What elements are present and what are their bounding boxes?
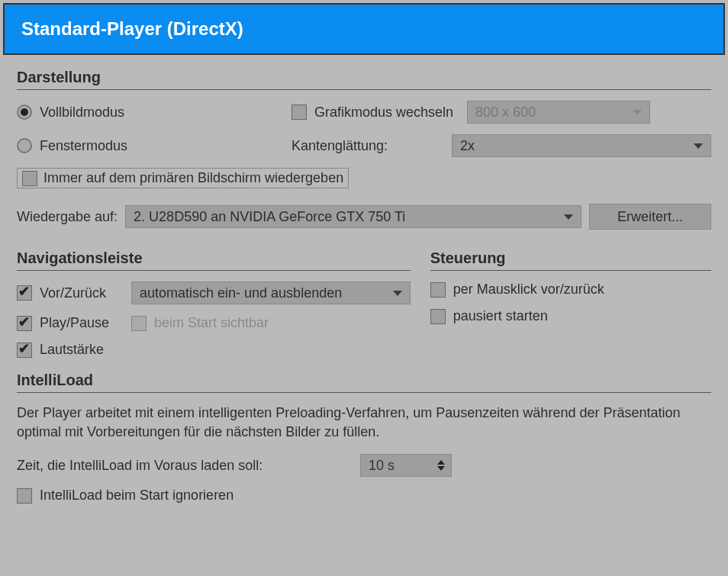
start-paused-checkbox[interactable] <box>430 309 446 324</box>
ignore-intelliload-checkbox[interactable] <box>17 488 32 504</box>
section-intelliload-title: IntelliLoad <box>17 372 711 393</box>
nav-control-columns: Navigationsleiste Vor/Zurück automatisch… <box>17 249 711 368</box>
preload-time-value: 10 s <box>369 458 395 474</box>
row-intelliload-ignore: IntelliLoad beim Start ignorieren <box>17 488 711 504</box>
row-display-3: Immer auf dem primären Bildschirm wieder… <box>17 168 711 188</box>
play-pause-checkbox[interactable] <box>17 316 32 331</box>
playback-on-value: 2. U28D590 an NVIDIA GeForce GTX 750 Ti <box>134 209 405 225</box>
intelliload-description: Der Player arbeitet mit einem intelligen… <box>17 404 711 442</box>
resolution-select[interactable]: 800 x 600 <box>467 101 650 124</box>
fullscreen-radio[interactable] <box>17 105 32 120</box>
volume-checkbox[interactable] <box>17 343 32 358</box>
visible-on-start-label: beim Start sichtbar <box>154 315 269 331</box>
extended-button-label: Erweitert... <box>617 209 683 225</box>
row-nav-prevnext: Vor/Zurück automatisch ein- und ausblend… <box>17 282 411 304</box>
row-display-2: Fenstermodus Kantenglättung: 2x <box>17 134 711 157</box>
panel-header: Standard-Player (DirectX) <box>3 3 725 55</box>
prev-next-mode-value: automatisch ein- und ausblenden <box>140 285 342 301</box>
switch-graphics-mode-label: Grafikmodus wechseln <box>314 105 453 121</box>
windowed-label: Fenstermodus <box>40 138 127 154</box>
chevron-down-icon <box>393 291 402 296</box>
preload-time-label: Zeit, die IntelliLoad im Voraus laden so… <box>17 458 353 474</box>
row-control-startpaused: pausiert starten <box>430 308 711 324</box>
panel-title: Standard-Player (DirectX) <box>21 18 243 39</box>
antialias-label: Kantenglättung: <box>292 138 444 154</box>
row-intelliload-time: Zeit, die IntelliLoad im Voraus laden so… <box>17 454 711 477</box>
prev-next-mode-select[interactable]: automatisch ein- und ausblenden <box>131 282 411 304</box>
spinner-arrows[interactable] <box>437 460 445 471</box>
preload-time-spinner[interactable]: 10 s <box>360 454 452 477</box>
mouseclick-checkbox[interactable] <box>430 282 446 298</box>
play-pause-label: Play/Pause <box>40 315 124 331</box>
extended-button[interactable]: Erweitert... <box>589 204 711 230</box>
row-nav-playpause: Play/Pause beim Start sichtbar <box>17 315 411 331</box>
section-display-title: Darstellung <box>17 69 711 90</box>
always-primary-container: Immer auf dem primären Bildschirm wieder… <box>17 168 349 188</box>
volume-label: Lautstärke <box>40 342 104 358</box>
row-display-1: Vollbildmodus Grafikmodus wechseln 800 x… <box>17 101 711 124</box>
row-nav-volume: Lautstärke <box>17 342 411 358</box>
section-control-title: Steuerung <box>430 249 711 271</box>
fullscreen-label: Vollbildmodus <box>40 105 124 121</box>
always-primary-checkbox[interactable] <box>22 171 37 186</box>
antialias-select[interactable]: 2x <box>452 134 711 157</box>
chevron-down-icon <box>694 143 703 149</box>
antialias-value: 2x <box>460 138 475 154</box>
playback-on-label: Wiedergabe auf: <box>17 209 118 225</box>
windowed-radio[interactable] <box>17 138 32 153</box>
section-nav-title: Navigationsleiste <box>17 249 411 271</box>
always-primary-label: Immer auf dem primären Bildschirm wieder… <box>43 170 343 186</box>
row-playback-on: Wiedergabe auf: 2. U28D590 an NVIDIA GeF… <box>17 204 711 230</box>
control-column: Steuerung per Mausklick vor/zurück pausi… <box>430 249 711 368</box>
arrow-up-icon <box>437 460 445 465</box>
prev-next-label: Vor/Zurück <box>40 285 124 301</box>
panel-content: Darstellung Vollbildmodus Grafikmodus we… <box>3 55 725 522</box>
ignore-intelliload-label: IntelliLoad beim Start ignorieren <box>40 488 234 504</box>
switch-graphics-mode-checkbox[interactable] <box>292 105 307 120</box>
resolution-value: 800 x 600 <box>475 105 536 121</box>
chevron-down-icon <box>633 110 642 115</box>
arrow-down-icon <box>437 466 445 471</box>
chevron-down-icon <box>564 214 573 220</box>
row-control-mouseclick: per Mausklick vor/zurück <box>430 282 711 298</box>
mouseclick-label: per Mausklick vor/zurück <box>453 282 604 298</box>
visible-on-start-checkbox[interactable] <box>131 316 147 331</box>
playback-on-select[interactable]: 2. U28D590 an NVIDIA GeForce GTX 750 Ti <box>125 205 581 228</box>
start-paused-label: pausiert starten <box>453 308 548 324</box>
nav-column: Navigationsleiste Vor/Zurück automatisch… <box>17 249 411 368</box>
prev-next-checkbox[interactable] <box>17 285 32 301</box>
